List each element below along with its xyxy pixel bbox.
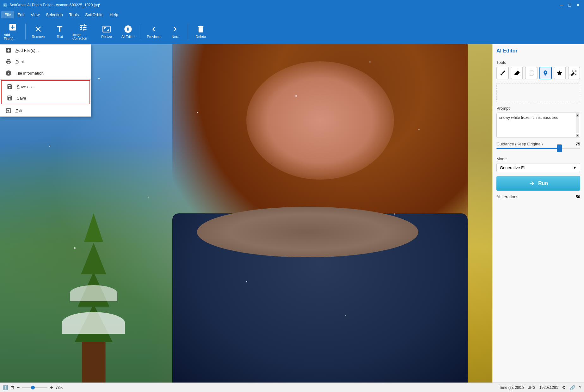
toolbar-previous[interactable]: Previous xyxy=(144,21,164,42)
guidance-slider-thumb[interactable] xyxy=(557,144,562,152)
ai-editor-icon xyxy=(124,25,132,34)
toolbar-next[interactable]: Next xyxy=(165,21,185,42)
mode-label: Mode xyxy=(496,156,580,161)
exit-menu-icon xyxy=(5,107,12,114)
menu-save-as-item[interactable]: Save as... xyxy=(2,81,89,92)
prompt-textbox[interactable]: snowy white frozen christmass tree ▲ ▼ xyxy=(496,113,580,138)
help-icon[interactable]: ? xyxy=(579,385,581,390)
fur-collar xyxy=(197,207,419,258)
add-files-label: Add File(s)... xyxy=(15,48,39,53)
run-label: Run xyxy=(538,181,548,186)
tree-snow-2 xyxy=(70,285,117,301)
remove-icon xyxy=(34,25,43,34)
add-file-menu-icon xyxy=(5,47,12,53)
svg-text:AI: AI xyxy=(4,4,7,7)
toolbar-remove[interactable]: Remove xyxy=(28,21,48,42)
menu-edit[interactable]: Edit xyxy=(14,11,28,18)
brush-icon xyxy=(500,70,506,76)
save-as-label: Save as... xyxy=(17,84,35,89)
toolbar-add-files-label: Add File(s)... xyxy=(4,33,22,40)
menu-save-item[interactable]: Save xyxy=(2,92,89,104)
settings-icon[interactable]: ⚙ xyxy=(562,385,566,390)
tools-label: Tools xyxy=(496,60,580,65)
guidance-slider[interactable] xyxy=(496,148,580,149)
toolbar-sep-2 xyxy=(141,24,141,40)
title-bar-left: AI SoftOrbits AI Photo Editor - woman-60… xyxy=(3,3,101,8)
menu-print-item[interactable]: Print xyxy=(0,56,91,67)
menu-file-info-item[interactable]: File information xyxy=(0,67,91,79)
toolbar-ai-editor-label: AI Editor xyxy=(121,35,135,39)
format-badge: JPG xyxy=(528,385,535,390)
zoom-minus[interactable]: − xyxy=(17,385,20,390)
tool-wand[interactable] xyxy=(568,67,580,79)
info-menu-icon xyxy=(5,70,12,76)
iterations-row: AI Iterations 50 xyxy=(496,194,580,199)
zoom-plus[interactable]: + xyxy=(50,385,53,390)
tool-star[interactable] xyxy=(554,67,566,79)
file-dropdown-menu: Add File(s)... Print File information Sa… xyxy=(0,44,91,117)
mode-dropdown[interactable]: Generative Fill ▼ xyxy=(496,163,580,172)
selection-area xyxy=(496,83,580,102)
time-info: Time (s): 280.8 xyxy=(499,385,524,390)
menu-exit-item[interactable]: Exit xyxy=(0,105,91,116)
tools-section: Tools xyxy=(496,60,580,79)
menu-add-files-item[interactable]: Add File(s)... xyxy=(0,45,91,56)
scroll-down-btn[interactable]: ▼ xyxy=(576,134,579,137)
zoom-thumb[interactable] xyxy=(31,386,35,389)
prompt-label: Prompt xyxy=(496,106,580,111)
star-icon xyxy=(556,70,563,76)
guidance-value: 75 xyxy=(576,142,580,146)
zoom-slider[interactable] xyxy=(22,387,47,388)
save-label: Save xyxy=(17,96,26,101)
exit-label: Exit xyxy=(15,108,22,113)
menu-view[interactable]: View xyxy=(28,11,43,18)
toolbar-sep-3 xyxy=(188,24,188,40)
toolbar-image-correction[interactable]: Image Correction xyxy=(71,21,95,42)
menu-tools[interactable]: Tools xyxy=(66,11,82,18)
text-icon xyxy=(55,25,64,34)
wand-icon xyxy=(571,70,577,76)
iterations-value: 50 xyxy=(576,194,580,199)
save-as-menu-icon xyxy=(7,83,13,90)
guidance-row: Guidance (Keep Original) 75 xyxy=(496,142,580,146)
toolbar-previous-label: Previous xyxy=(147,35,161,39)
image-correction-icon xyxy=(79,23,88,32)
menu-softorbits[interactable]: SoftOrbits xyxy=(82,11,107,18)
guidance-label: Guidance (Keep Original) xyxy=(496,142,543,146)
crop-icon: ⊡ xyxy=(10,385,14,390)
save-menu-icon xyxy=(7,95,13,101)
title-bar: AI SoftOrbits AI Photo Editor - woman-60… xyxy=(0,0,584,10)
share-icon[interactable]: 🔗 xyxy=(570,385,575,390)
toolbar-text[interactable]: Text xyxy=(50,21,70,42)
tool-rect-select[interactable] xyxy=(525,67,537,79)
run-button[interactable]: Run xyxy=(496,176,580,191)
toolbar-delete[interactable]: Delete xyxy=(191,21,211,42)
tree-layer-4 xyxy=(84,213,103,242)
maximize-button[interactable]: □ xyxy=(566,2,573,9)
tool-eraser[interactable] xyxy=(511,67,523,79)
prompt-text: snowy white frozen christmass tree xyxy=(499,115,577,120)
menu-file[interactable]: File xyxy=(1,11,14,18)
tools-row xyxy=(496,67,580,79)
scroll-up-btn[interactable]: ▲ xyxy=(576,113,579,117)
status-left: ℹ️ ⊡ − + 73% xyxy=(3,385,63,390)
menu-selection[interactable]: Selection xyxy=(43,11,66,18)
title-bar-title: SoftOrbits AI Photo Editor - woman-60022… xyxy=(9,3,101,7)
guidance-slider-fill xyxy=(496,148,559,149)
canvas-area[interactable]: Add File(s)... Print File information Sa… xyxy=(0,44,492,383)
minimize-button[interactable]: ─ xyxy=(558,2,565,9)
toolbar-ai-editor[interactable]: AI Editor xyxy=(118,21,138,42)
toolbar-next-label: Next xyxy=(172,35,179,39)
toolbar: Add File(s)... Remove Text Image Correct… xyxy=(0,19,584,44)
tool-brush[interactable] xyxy=(496,67,509,79)
tree-snow-1 xyxy=(62,312,125,334)
tool-lasso[interactable] xyxy=(539,67,552,79)
toolbar-resize[interactable]: Resize xyxy=(96,21,117,42)
resize-icon xyxy=(102,25,111,34)
menu-help[interactable]: Help xyxy=(107,11,121,18)
info-icon: ℹ️ xyxy=(3,385,8,390)
toolbar-add-files[interactable]: Add File(s)... xyxy=(3,21,23,42)
close-button[interactable]: ✕ xyxy=(575,2,581,9)
title-bar-controls: ─ □ ✕ xyxy=(558,2,581,9)
delete-icon xyxy=(196,25,205,34)
